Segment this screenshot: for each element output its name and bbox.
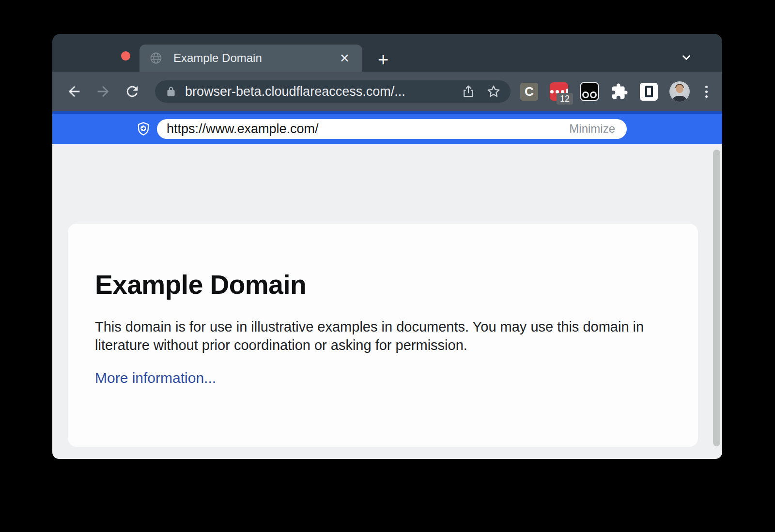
browser-window: Example Domain ✕ + bbox=[52, 34, 722, 459]
close-window-button[interactable] bbox=[121, 51, 130, 61]
page-title: Example Domain bbox=[95, 269, 671, 300]
globe-favicon-icon bbox=[149, 51, 163, 65]
isolation-url: https://www.example.com/ bbox=[167, 122, 567, 137]
page-viewport: Example Domain This domain is for use in… bbox=[52, 144, 722, 459]
browser-menu-icon[interactable] bbox=[701, 84, 712, 100]
tab-close-icon[interactable]: ✕ bbox=[337, 50, 353, 66]
address-bar[interactable]: browser-beta.cloudflareaccess.com/... bbox=[155, 80, 511, 103]
extension-black-circles-icon[interactable] bbox=[580, 82, 599, 101]
address-bar-url: browser-beta.cloudflareaccess.com/... bbox=[185, 84, 461, 99]
tab-strip: Example Domain ✕ + bbox=[52, 34, 722, 72]
profile-avatar[interactable] bbox=[669, 81, 690, 102]
side-panel-icon[interactable] bbox=[640, 83, 658, 101]
tab-title: Example Domain bbox=[173, 51, 337, 65]
example-domain-card: Example Domain This domain is for use in… bbox=[68, 224, 698, 447]
puzzle-icon[interactable] bbox=[611, 83, 628, 100]
tab-example-domain[interactable]: Example Domain ✕ bbox=[140, 45, 362, 72]
extension-cluster: C 12 bbox=[520, 81, 712, 102]
isolation-bar: https://www.example.com/ Minimize bbox=[52, 111, 722, 144]
more-information-link[interactable]: More information... bbox=[95, 370, 216, 386]
reload-icon[interactable] bbox=[121, 80, 143, 103]
vertical-scrollbar[interactable] bbox=[713, 150, 720, 446]
page-paragraph: This domain is for use in illustrative e… bbox=[95, 318, 657, 354]
forward-icon[interactable] bbox=[92, 80, 114, 103]
extension-badge-count: 12 bbox=[557, 93, 573, 105]
lock-icon bbox=[165, 85, 177, 98]
new-tab-button[interactable]: + bbox=[372, 48, 394, 71]
star-icon[interactable] bbox=[486, 84, 501, 99]
isolation-url-bar[interactable]: https://www.example.com/ Minimize bbox=[157, 119, 627, 139]
minimize-button[interactable]: Minimize bbox=[567, 121, 617, 137]
shield-arrow-icon bbox=[136, 121, 151, 137]
browser-toolbar: browser-beta.cloudflareaccess.com/... C bbox=[52, 72, 722, 111]
share-icon[interactable] bbox=[461, 84, 476, 99]
tab-search-chevron-down-icon[interactable] bbox=[676, 47, 697, 68]
extension-c-icon[interactable]: C bbox=[520, 83, 538, 101]
back-icon[interactable] bbox=[63, 80, 85, 103]
extension-red-dots-icon[interactable]: 12 bbox=[550, 82, 568, 101]
